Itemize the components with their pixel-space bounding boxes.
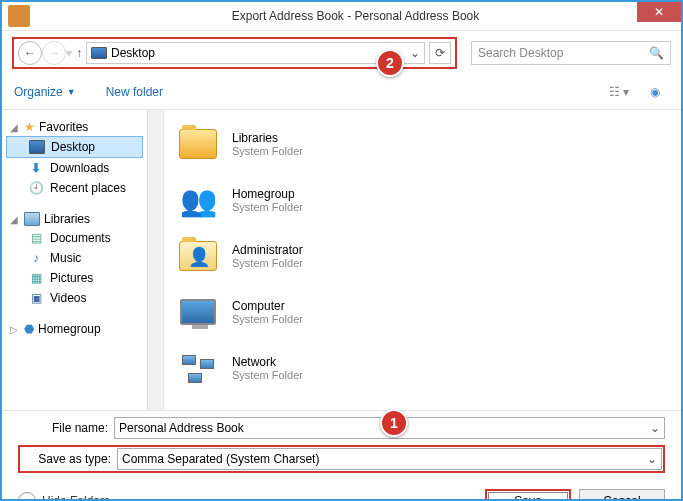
list-item[interactable]: 👥 Homegroup System Folder bbox=[170, 172, 675, 228]
help-button[interactable]: ◉ bbox=[641, 81, 669, 103]
sidebar-item-downloads[interactable]: ⬇ Downloads bbox=[6, 158, 143, 178]
chevron-up-icon: ʌ bbox=[18, 492, 36, 501]
organize-label: Organize bbox=[14, 85, 63, 99]
sidebar-item-pictures[interactable]: ▦ Pictures bbox=[6, 268, 143, 288]
hide-folders-button[interactable]: ʌ Hide Folders bbox=[18, 492, 110, 501]
filename-row: File name: Personal Address Book ⌄ bbox=[18, 417, 665, 439]
title-bar: Export Address Book - Personal Address B… bbox=[2, 2, 681, 31]
sidebar: ◢ ★ Favorites Desktop ⬇ Downloads 🕘 Rece… bbox=[2, 110, 164, 410]
sidebar-item-label: Downloads bbox=[50, 161, 109, 175]
save-button[interactable]: Save bbox=[485, 489, 571, 501]
type-label: Save as type: bbox=[21, 452, 111, 466]
item-type: System Folder bbox=[232, 257, 303, 269]
annotation-badge-2: 2 bbox=[376, 49, 404, 77]
back-button[interactable]: ← bbox=[18, 41, 42, 65]
annotation-badge-1: 1 bbox=[380, 409, 408, 437]
item-name: Administrator bbox=[232, 243, 303, 257]
documents-icon: ▤ bbox=[28, 231, 44, 245]
main-area: ◢ ★ Favorites Desktop ⬇ Downloads 🕘 Rece… bbox=[2, 110, 681, 410]
computer-folder-icon bbox=[176, 290, 220, 334]
collapse-icon: ◢ bbox=[10, 122, 20, 133]
form-area: File name: Personal Address Book ⌄ Save … bbox=[2, 410, 681, 473]
item-type: System Folder bbox=[232, 201, 303, 213]
cancel-button[interactable]: Cancel bbox=[579, 489, 665, 501]
chevron-down-icon: ▼ bbox=[67, 87, 76, 97]
sidebar-item-videos[interactable]: ▣ Videos bbox=[6, 288, 143, 308]
location-icon bbox=[91, 47, 107, 59]
chevron-down-icon[interactable]: ⌄ bbox=[647, 452, 657, 466]
list-item[interactable]: Libraries System Folder bbox=[170, 116, 675, 172]
sidebar-item-documents[interactable]: ▤ Documents bbox=[6, 228, 143, 248]
nav-row: ← → ▾ ↑ Desktop ⌄ ⟳ Search Desktop 🔍 2 bbox=[2, 31, 681, 75]
organize-button[interactable]: Organize ▼ bbox=[14, 85, 76, 99]
favorites-label: Favorites bbox=[39, 120, 88, 134]
libraries-icon bbox=[24, 212, 40, 226]
sidebar-item-label: Desktop bbox=[51, 140, 95, 154]
chevron-down-icon[interactable]: ⌄ bbox=[650, 421, 660, 435]
file-list[interactable]: Libraries System Folder 👥 Homegroup Syst… bbox=[164, 110, 681, 410]
homegroup-icon: ⬣ bbox=[24, 322, 34, 336]
network-folder-icon bbox=[176, 346, 220, 390]
expand-icon: ▷ bbox=[10, 324, 20, 335]
item-type: System Folder bbox=[232, 145, 303, 157]
homegroup-header[interactable]: ▷ ⬣ Homegroup bbox=[6, 320, 159, 338]
user-folder-icon: 👤 bbox=[176, 234, 220, 278]
list-item[interactable]: Computer System Folder bbox=[170, 284, 675, 340]
type-value: Comma Separated (System Charset) bbox=[122, 452, 319, 466]
libraries-folder-icon bbox=[176, 122, 220, 166]
chevron-down-icon[interactable]: ⌄ bbox=[410, 46, 420, 60]
desktop-icon bbox=[29, 140, 45, 154]
search-input[interactable]: Search Desktop 🔍 bbox=[471, 41, 671, 65]
window-title: Export Address Book - Personal Address B… bbox=[30, 9, 681, 23]
item-name: Homegroup bbox=[232, 187, 303, 201]
sidebar-item-music[interactable]: ♪ Music bbox=[6, 248, 143, 268]
forward-button: → bbox=[42, 41, 66, 65]
up-button[interactable]: ↑ bbox=[72, 46, 86, 60]
downloads-icon: ⬇ bbox=[28, 161, 44, 175]
homegroup-folder-icon: 👥 bbox=[176, 178, 220, 222]
refresh-button[interactable]: ⟳ bbox=[429, 42, 451, 64]
toolbar: Organize ▼ New folder ☷ ▾ ◉ bbox=[2, 75, 681, 110]
sidebar-item-recent[interactable]: 🕘 Recent places bbox=[6, 178, 143, 198]
filename-value: Personal Address Book bbox=[119, 421, 244, 435]
new-folder-button[interactable]: New folder bbox=[106, 85, 163, 99]
star-icon: ★ bbox=[24, 120, 35, 134]
item-name: Computer bbox=[232, 299, 303, 313]
item-name: Network bbox=[232, 355, 303, 369]
item-name: Libraries bbox=[232, 131, 303, 145]
libraries-header[interactable]: ◢ Libraries bbox=[6, 210, 159, 228]
hide-folders-label: Hide Folders bbox=[42, 494, 110, 501]
save-type-field[interactable]: Comma Separated (System Charset) ⌄ bbox=[117, 448, 662, 470]
location-text: Desktop bbox=[111, 46, 155, 60]
collapse-icon: ◢ bbox=[10, 214, 20, 225]
recent-icon: 🕘 bbox=[28, 181, 44, 195]
sidebar-item-label: Music bbox=[50, 251, 81, 265]
list-item[interactable]: 👤 Administrator System Folder bbox=[170, 228, 675, 284]
music-icon: ♪ bbox=[28, 251, 44, 265]
address-bar[interactable]: Desktop ⌄ bbox=[86, 42, 425, 64]
view-options-button[interactable]: ☷ ▾ bbox=[605, 81, 633, 103]
close-button[interactable]: ✕ bbox=[637, 2, 681, 22]
search-placeholder: Search Desktop bbox=[478, 46, 563, 60]
sidebar-item-label: Documents bbox=[50, 231, 111, 245]
sidebar-item-label: Pictures bbox=[50, 271, 93, 285]
favorites-header[interactable]: ◢ ★ Favorites bbox=[6, 118, 159, 136]
app-icon bbox=[8, 5, 30, 27]
sidebar-item-desktop[interactable]: Desktop bbox=[6, 136, 143, 158]
sidebar-item-label: Videos bbox=[50, 291, 86, 305]
item-type: System Folder bbox=[232, 369, 303, 381]
homegroup-label: Homegroup bbox=[38, 322, 101, 336]
pictures-icon: ▦ bbox=[28, 271, 44, 285]
annotation-box-1: Save as type: Comma Separated (System Ch… bbox=[18, 445, 665, 473]
videos-icon: ▣ bbox=[28, 291, 44, 305]
item-type: System Folder bbox=[232, 313, 303, 325]
filename-label: File name: bbox=[18, 421, 108, 435]
sidebar-item-label: Recent places bbox=[50, 181, 126, 195]
actions-row: ʌ Hide Folders Save Cancel bbox=[2, 479, 681, 501]
list-item[interactable]: Network System Folder bbox=[170, 340, 675, 396]
libraries-label: Libraries bbox=[44, 212, 90, 226]
search-icon: 🔍 bbox=[649, 46, 664, 60]
